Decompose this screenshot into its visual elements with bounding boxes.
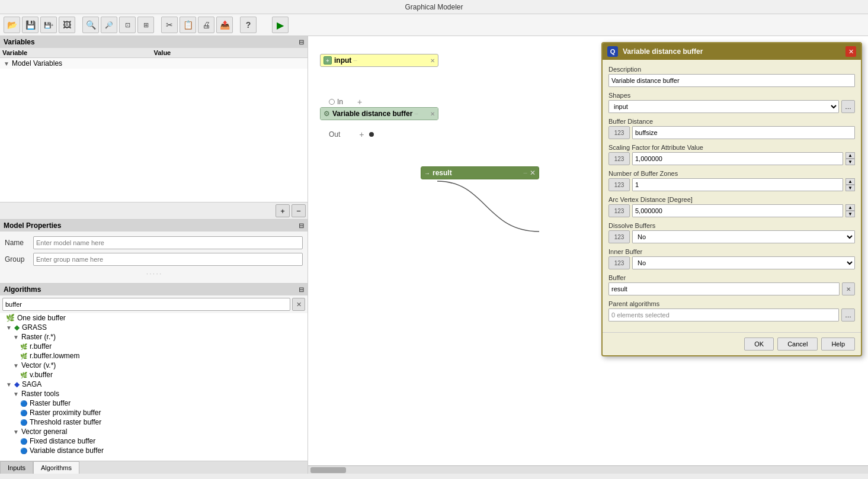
group-row: Group (5, 253, 303, 266)
cancel-button[interactable]: Cancel (777, 337, 818, 351)
algorithms-section: Algorithms ⊟ ✕ 🌿 One side buffer ▼ ◆ GRA… (0, 284, 308, 474)
zoom-in-button[interactable]: 🔍 (82, 17, 99, 33)
remove-variable-button[interactable]: − (292, 204, 306, 217)
saga-item-icon: 🔵 (20, 410, 27, 416)
list-item[interactable]: ▼ Raster (r.*) (0, 332, 308, 342)
arc-vertex-input-row: 123 ▲ ▼ (608, 204, 855, 217)
parent-algorithms-browse-button[interactable]: … (841, 308, 855, 322)
search-input[interactable] (2, 298, 290, 311)
spinner-up-button[interactable]: ▲ (845, 152, 855, 159)
num-buffer-zones-row: Number of Buffer Zones 123 ▲ ▼ (608, 170, 855, 191)
zoom-out-button[interactable]: 🔎 (101, 17, 117, 33)
arc-vertex-input[interactable] (632, 204, 843, 217)
zoom-fit-button[interactable]: ⊞ (137, 17, 154, 33)
model-variables-row[interactable]: ▼ Model Variables (0, 58, 308, 69)
save-button[interactable]: 💾 (22, 17, 39, 33)
grass-icon: 🌿 (6, 314, 15, 322)
list-item[interactable]: ▼ ◆ SAGA (0, 380, 308, 389)
variables-table-header: Variable Value (0, 48, 308, 58)
in-port-label: In (337, 98, 343, 106)
list-item[interactable]: 🔵 Fixed distance buffer (0, 436, 308, 446)
output-node[interactable]: → result ··· ✕ (421, 166, 539, 179)
list-item[interactable]: ▼ Raster tools (0, 389, 308, 398)
list-item[interactable]: 🌿 r.buffer (0, 342, 308, 351)
input-node-dots: ··· (353, 58, 357, 63)
ok-button[interactable]: OK (744, 337, 774, 351)
dissolve-select[interactable]: No Yes (632, 230, 855, 243)
help-button[interactable]: Help (821, 337, 855, 351)
scroll-thumb[interactable] (310, 467, 346, 473)
list-item[interactable]: ▼ Vector (v.*) (0, 361, 308, 370)
buffer-output-input-row: ✕ (608, 282, 855, 295)
add-variable-button[interactable]: + (276, 204, 290, 217)
input-node[interactable]: + input ··· ✕ (320, 54, 438, 67)
out-port-label: Out (329, 130, 340, 139)
grass-folder-icon: ◆ (14, 323, 20, 332)
group-label: Group (5, 255, 30, 263)
spinner-down-button[interactable]: ▼ (845, 211, 855, 217)
save-as-button[interactable]: 💾+ (40, 17, 57, 33)
spinner-down-button[interactable]: ▼ (845, 159, 855, 165)
export-button[interactable]: 📤 (216, 17, 233, 33)
list-item[interactable]: 🌿 r.buffer.lowmem (0, 351, 308, 361)
process-node-close[interactable]: ✕ (430, 111, 435, 117)
canvas-scroll-bar[interactable] (308, 465, 868, 474)
scaling-factor-input[interactable] (632, 152, 843, 165)
output-node-title: result (433, 169, 452, 177)
cut-button[interactable]: ✂ (161, 17, 178, 33)
list-item[interactable]: 🌿 One side buffer (0, 313, 308, 323)
buffer-output-clear-button[interactable]: ✕ (842, 282, 855, 295)
algorithms-tree: 🌿 One side buffer ▼ ◆ GRASS ▼ Raster (r.… (0, 313, 308, 461)
output-node-dots: ··· (523, 171, 527, 176)
shapes-browse-button[interactable]: … (841, 100, 855, 113)
shapes-label: Shapes (608, 92, 855, 99)
name-input[interactable] (33, 236, 303, 249)
canvas-area[interactable]: + input ··· ✕ In + ⚙ Variable distance b… (308, 36, 868, 474)
shapes-row: Shapes input … (608, 92, 855, 113)
list-item[interactable]: 🔵 Variable distance buffer (0, 446, 308, 455)
tab-algorithms[interactable]: Algorithms (33, 461, 79, 474)
item-label: v.buffer (30, 371, 53, 379)
output-node-close[interactable]: ✕ (530, 169, 536, 177)
scaling-factor-row: Scaling Factor for Attribute Value 123 ▲… (608, 144, 855, 165)
open-button[interactable]: 📂 (4, 17, 20, 33)
parent-algorithms-input-row: … (608, 308, 855, 322)
dialog-close-button[interactable]: ✕ (845, 46, 856, 57)
in-port-area: In + (329, 97, 362, 107)
list-item[interactable]: ▼ Vector general (0, 427, 308, 436)
buffer-distance-badge: 123 (608, 126, 630, 139)
model-properties-title: Model Properties (4, 221, 61, 230)
algorithms-collapse-icon[interactable]: ⊟ (299, 286, 304, 294)
bottom-tabs: Inputs Algorithms (0, 461, 308, 474)
dissolve-input-row: 123 No Yes (608, 230, 855, 243)
spinner-up-button[interactable]: ▲ (845, 204, 855, 211)
run-button[interactable]: ▶ (272, 17, 289, 33)
input-node-close[interactable]: ✕ (430, 57, 435, 64)
description-input[interactable] (608, 74, 855, 87)
list-item[interactable]: 🌿 v.buffer (0, 370, 308, 380)
tab-inputs[interactable]: Inputs (0, 461, 33, 474)
list-item[interactable]: ▼ ◆ GRASS (0, 323, 308, 332)
variables-collapse-icon[interactable]: ⊟ (299, 38, 304, 46)
list-item[interactable]: 🔵 Raster proximity buffer (0, 408, 308, 417)
buffer-distance-input[interactable] (632, 126, 855, 139)
item-label: Variable distance buffer (30, 446, 104, 455)
zoom-actual-button[interactable]: ⊡ (119, 17, 136, 33)
num-buffer-zones-input[interactable] (632, 178, 843, 191)
spinner-up-button[interactable]: ▲ (845, 178, 855, 185)
buffer-output-input[interactable] (608, 282, 840, 295)
help-button[interactable]: ? (240, 17, 257, 33)
list-item[interactable]: 🔵 Threshold raster buffer (0, 417, 308, 427)
save-image-button[interactable]: 🖼 (59, 17, 75, 33)
inner-buffer-select[interactable]: No Yes (632, 256, 855, 269)
spinner-down-button[interactable]: ▼ (845, 185, 855, 191)
copy-button[interactable]: 📋 (180, 17, 196, 33)
shapes-select[interactable]: input (608, 100, 839, 113)
print-button[interactable]: 🖨 (198, 17, 214, 33)
list-item[interactable]: 🔵 Raster buffer (0, 398, 308, 408)
group-input[interactable] (33, 253, 303, 266)
model-props-collapse-icon[interactable]: ⊟ (299, 222, 304, 230)
parent-algorithms-input[interactable] (608, 308, 839, 322)
process-node[interactable]: ⚙ Variable distance buffer ··· ✕ (320, 107, 438, 120)
search-clear-button[interactable]: ✕ (292, 298, 305, 311)
